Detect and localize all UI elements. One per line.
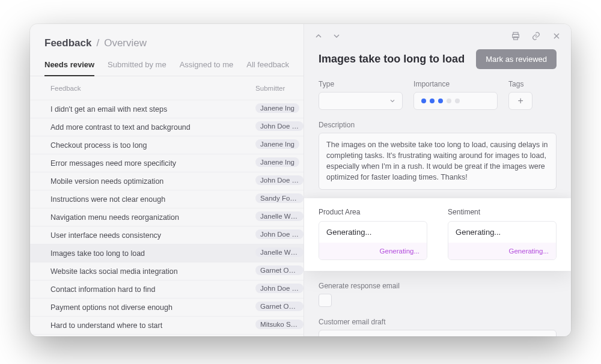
importance-rating[interactable] [413, 92, 498, 110]
detail-title: Images take too long to load [319, 53, 465, 65]
detail-toolbar [304, 24, 571, 41]
submitter-cell: Janene Ing [255, 103, 304, 115]
submitter-pill[interactable]: Janelle Wurst [255, 211, 304, 221]
description-text[interactable]: The images on the website take too long … [319, 133, 557, 190]
table-header: Feedback Submitter [30, 76, 304, 100]
chevron-down-icon[interactable] [332, 31, 341, 41]
feedback-cell: Website lacks social media integration [50, 267, 255, 276]
feedback-cell: Images take too long to load [50, 249, 255, 258]
table-row[interactable]: User interface needs consistencyJohn Doe… [30, 226, 304, 244]
breadcrumb: Feedback / Overview [44, 37, 289, 49]
submitter-pill[interactable]: Janene Ing [255, 103, 299, 113]
breadcrumb-sep: / [96, 37, 99, 49]
draft-label: Customer email draft [319, 318, 557, 326]
ai-strip: Product Area Generating... Generating...… [304, 198, 571, 271]
table-row[interactable]: Website lacks social media integrationGa… [30, 262, 304, 281]
feedback-cell: Instructions were not clear enough [50, 195, 255, 204]
importance-dot[interactable] [447, 99, 451, 103]
product-area-status: Generating... [319, 243, 427, 259]
tab-assigned-to-me[interactable]: Assigned to me [180, 60, 234, 76]
sentiment-card: Generating... Generating... [448, 221, 557, 260]
submitter-pill[interactable]: Sandy Fontenot [255, 193, 304, 203]
table-row[interactable]: Payment options not diverse enoughGarnet… [30, 299, 304, 317]
add-tag-button[interactable]: + [508, 92, 532, 110]
header: Feedback / Overview [30, 24, 304, 49]
submitter-pill[interactable]: John Doe (You) [255, 121, 304, 131]
feedback-cell: Checkout process is too long [50, 141, 255, 150]
submitter-pill[interactable]: Garnet Odum [255, 302, 304, 311]
submitter-pill[interactable]: Mitsuko Snay [255, 320, 304, 329]
close-icon[interactable] [552, 31, 561, 41]
col-submitter-header: Submitter [255, 85, 304, 92]
table-row[interactable]: Add more contrast to text and background… [30, 118, 304, 136]
submitter-pill[interactable]: Janelle Wurst [255, 247, 304, 257]
chevron-down-icon [389, 97, 396, 105]
mark-reviewed-button[interactable]: Mark as reviewed [476, 49, 557, 69]
submitter-pill[interactable]: Garnet Odum [255, 265, 304, 275]
feedback-cell: Payment options not diverse enough [50, 303, 255, 312]
svg-rect-2 [514, 37, 518, 40]
submitter-pill[interactable]: John Doe (You) [255, 284, 304, 293]
gen-response-label: Generate response email [319, 282, 557, 290]
link-icon[interactable] [531, 31, 541, 41]
feedback-cell: Mobile version needs optimization [50, 177, 255, 186]
table-row[interactable]: Contact information hard to findJohn Doe… [30, 281, 304, 299]
chevron-up-icon[interactable] [314, 31, 323, 41]
submitter-cell: John Doe (You) [255, 284, 304, 295]
print-icon[interactable] [511, 31, 520, 41]
submitter-cell: Janelle Wurst [255, 211, 304, 223]
gen-response-checkbox[interactable] [319, 294, 332, 307]
submitter-cell: John Doe (You) [255, 175, 304, 187]
table-row[interactable]: Images take too long to loadJanelle Wurs… [30, 244, 304, 262]
submitter-cell: Sandy Fontenot [255, 193, 304, 205]
description-label: Description [319, 121, 557, 129]
sentiment-label: Sentiment [448, 208, 557, 216]
importance-dot[interactable] [421, 99, 426, 103]
feedback-table: Feedback Submitter I didn't get an email… [30, 76, 304, 336]
detail-pane: Images take too long to load Mark as rev… [304, 24, 571, 336]
feedback-cell: Add more contrast to text and background [50, 123, 255, 132]
importance-label: Importance [413, 80, 498, 88]
tab-needs-review[interactable]: Needs review [44, 60, 94, 76]
type-select[interactable] [319, 92, 403, 110]
product-area-value: Generating... [319, 222, 427, 243]
sentiment-value: Generating... [448, 222, 556, 243]
table-row[interactable]: I didn't get an email with next stepsJan… [30, 100, 304, 118]
submitter-pill[interactable]: Janene Ing [255, 139, 299, 149]
table-row[interactable]: Checkout process is too longJanene Ing [30, 136, 304, 154]
left-pane: Feedback / Overview Needs reviewSubmitte… [30, 24, 304, 336]
draft-hint[interactable]: ✦ Generate text for this field with AI b… [319, 330, 557, 337]
importance-dot[interactable] [455, 99, 460, 103]
submitter-cell: Janelle Wurst [255, 247, 304, 259]
table-row[interactable]: Mobile version needs optimizationJohn Do… [30, 172, 304, 190]
importance-dot[interactable] [430, 99, 435, 103]
tab-all-feedback[interactable]: All feedback [246, 60, 289, 76]
feedback-cell: Error messages need more specificity [50, 159, 255, 168]
table-row[interactable]: Instructions were not clear enoughSandy … [30, 190, 304, 208]
app-window: Feedback / Overview Needs reviewSubmitte… [30, 24, 571, 336]
submitter-cell: Garnet Odum [255, 265, 304, 277]
draft-hint-pre: Generate text for this field with AI by … [338, 336, 490, 337]
type-label: Type [319, 80, 403, 88]
submitter-cell: Garnet Odum [255, 302, 304, 313]
importance-dot[interactable] [438, 99, 443, 103]
feedback-cell: Contact information hard to find [50, 285, 255, 294]
submitter-cell: Janene Ing [255, 157, 304, 169]
submitter-pill[interactable]: John Doe (You) [255, 175, 304, 185]
tab-submitted-by-me[interactable]: Submitted by me [108, 60, 166, 76]
submitter-pill[interactable]: Janene Ing [255, 157, 299, 167]
tabs: Needs reviewSubmitted by meAssigned to m… [30, 49, 304, 76]
breadcrumb-page: Overview [104, 37, 147, 49]
table-row[interactable]: Error messages need more specificityJane… [30, 154, 304, 172]
sentiment-status: Generating... [448, 243, 556, 259]
detail-header: Images take too long to load Mark as rev… [304, 41, 571, 69]
submitter-cell: Janene Ing [255, 139, 304, 151]
table-row[interactable]: Hard to understand where to startMitsuko… [30, 317, 304, 335]
product-area-card: Generating... Generating... [319, 221, 427, 260]
field-row: Type Importance Tags + [304, 69, 571, 110]
breadcrumb-root[interactable]: Feedback [44, 37, 91, 49]
submitter-pill[interactable]: John Doe (You) [255, 229, 304, 239]
tags-label: Tags [508, 80, 532, 88]
table-row[interactable]: Navigation menu needs reorganizationJane… [30, 208, 304, 226]
feedback-cell: Hard to understand where to start [50, 321, 255, 330]
